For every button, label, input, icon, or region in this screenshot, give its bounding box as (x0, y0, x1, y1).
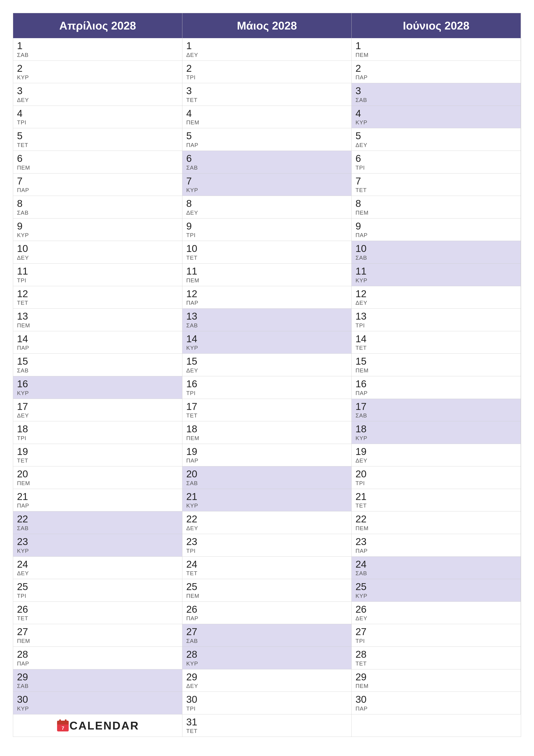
day-label-m0-d10: ΤΡΙ (17, 277, 178, 284)
day-label-m1-d10: ΠΕΜ (186, 277, 347, 284)
day-label-m1-d17: ΠΕΜ (186, 435, 347, 442)
day-label-m1-d22: ΤΡΙ (186, 548, 347, 554)
day-cell-m2-d11: 12ΔΕΥ (352, 286, 521, 309)
day-label-m2-d0: ΠΕΜ (355, 52, 517, 58)
day-label-m0-d16: ΔΕΥ (17, 412, 178, 419)
day-label-m0-d22: ΚΥΡ (17, 548, 178, 554)
day-label-m1-d9: ΤΕΤ (186, 255, 347, 261)
day-number-m2-d11: 12 (355, 288, 517, 299)
day-cell-m1-d25: 26ΠΑΡ (182, 602, 352, 624)
day-number-m2-d3: 4 (355, 108, 517, 119)
day-cell-m0-d17: 18ΤΡΙ (13, 421, 182, 444)
day-number-m1-d9: 10 (186, 243, 347, 254)
day-label-m0-d25: ΤΕΤ (17, 615, 178, 622)
day-label-m1-d15: ΤΡΙ (186, 390, 347, 396)
day-number-m1-d12: 13 (186, 311, 347, 322)
day-label-m2-d17: ΚΥΡ (355, 435, 517, 442)
day-label-m0-d17: ΤΡΙ (17, 435, 178, 442)
day-label-m2-d28: ΠΕΜ (355, 683, 517, 689)
day-cell-m1-d5: 6ΣΑΒ (182, 151, 352, 174)
day-cell-m2-d29: 30ΠΑΡ (352, 692, 521, 715)
day-cell-m0-d24: 25ΤΡΙ (13, 579, 182, 602)
day-label-m2-d12: ΤΡΙ (355, 322, 517, 329)
day-cell-m0-d16: 17ΔΕΥ (13, 399, 182, 421)
day-label-m1-d8: ΤΡΙ (186, 232, 347, 239)
day-label-m1-d28: ΔΕΥ (186, 683, 347, 689)
day-cell-m2-d30 (352, 715, 521, 737)
day-label-m2-d11: ΔΕΥ (355, 300, 517, 306)
day-cell-m1-d8: 9ΤΡΙ (182, 219, 352, 241)
day-cell-m1-d23: 24ΤΕΤ (182, 557, 352, 579)
svg-text:7: 7 (62, 725, 64, 731)
day-number-m0-d6: 7 (17, 176, 178, 187)
day-number-m2-d14: 15 (355, 356, 517, 367)
day-label-m2-d13: ΤΕΤ (355, 345, 517, 351)
day-label-m0-d20: ΠΑΡ (17, 502, 178, 509)
day-label-m2-d6: ΤΕΤ (355, 187, 517, 194)
day-cell-m2-d25: 26ΔΕΥ (352, 602, 521, 624)
day-number-m2-d28: 29 (355, 671, 517, 683)
day-cell-m0-d4: 5ΤΕΤ (13, 128, 182, 151)
day-label-m0-d24: ΤΡΙ (17, 593, 178, 599)
day-label-m0-d0: ΣΑΒ (17, 52, 178, 58)
day-label-m1-d7: ΔΕΥ (186, 209, 347, 216)
day-cell-m0-d10: 11ΤΡΙ (13, 263, 182, 286)
day-number-m1-d22: 23 (186, 536, 347, 547)
day-number-m0-d5: 6 (17, 153, 178, 164)
day-number-m2-d2: 3 (355, 85, 517, 96)
day-cell-m2-d8: 9ΠΑΡ (352, 219, 521, 241)
day-cell-m2-d6: 7ΤΕΤ (352, 174, 521, 196)
day-cell-m2-d7: 8ΠΕΜ (352, 196, 521, 219)
day-cell-m1-d7: 8ΔΕΥ (182, 196, 352, 219)
day-cell-m1-d16: 17ΤΕΤ (182, 399, 352, 421)
day-cell-m1-d24: 25ΠΕΜ (182, 579, 352, 602)
day-cell-m0-d19: 20ΠΕΜ (13, 466, 182, 489)
day-number-m2-d22: 23 (355, 536, 517, 547)
day-number-m1-d13: 14 (186, 334, 347, 344)
day-number-m1-d25: 26 (186, 604, 347, 615)
day-label-m2-d29: ΠΑΡ (355, 705, 517, 712)
day-label-m0-d8: ΚΥΡ (17, 232, 178, 239)
day-number-m1-d3: 4 (186, 108, 347, 119)
day-cell-m0-d11: 12ΤΕΤ (13, 286, 182, 309)
day-label-m0-d21: ΣΑΒ (17, 525, 178, 532)
day-number-m0-d28: 29 (17, 671, 178, 683)
day-number-m0-d23: 24 (17, 559, 178, 570)
day-number-m2-d18: 19 (355, 446, 517, 457)
day-label-m2-d20: ΤΕΤ (355, 502, 517, 509)
day-cell-m2-d10: 11ΚΥΡ (352, 263, 521, 286)
day-cell-m2-d26: 27ΤΡΙ (352, 624, 521, 647)
day-number-m0-d19: 20 (17, 469, 178, 479)
day-number-m2-d27: 28 (355, 649, 517, 660)
day-cell-m2-d15: 16ΠΑΡ (352, 376, 521, 399)
day-cell-m0-d22: 23ΚΥΡ (13, 534, 182, 557)
day-number-m2-d25: 26 (355, 604, 517, 615)
day-number-m2-d17: 18 (355, 423, 517, 434)
day-cell-m0-d6: 7ΠΑΡ (13, 174, 182, 196)
day-label-m1-d11: ΠΑΡ (186, 300, 347, 306)
day-label-m0-d19: ΠΕΜ (17, 480, 178, 487)
day-label-m2-d3: ΚΥΡ (355, 119, 517, 126)
day-number-m0-d29: 30 (17, 694, 178, 705)
day-label-m1-d14: ΔΕΥ (186, 367, 347, 374)
day-number-m1-d19: 20 (186, 469, 347, 479)
day-label-m1-d25: ΠΑΡ (186, 615, 347, 622)
day-label-m2-d1: ΠΑΡ (355, 74, 517, 81)
day-label-m1-d3: ΠΕΜ (186, 119, 347, 126)
day-label-m1-d26: ΣΑΒ (186, 638, 347, 644)
day-number-m1-d28: 29 (186, 671, 347, 683)
day-label-m0-d27: ΠΑΡ (17, 660, 178, 667)
day-cell-m0-d20: 21ΠΑΡ (13, 489, 182, 512)
day-label-m0-d5: ΠΕΜ (17, 164, 178, 171)
day-cell-m0-d23: 24ΔΕΥ (13, 557, 182, 579)
day-label-m0-d28: ΣΑΒ (17, 683, 178, 689)
day-cell-m2-d9: 10ΣΑΒ (352, 241, 521, 263)
day-label-m2-d21: ΠΕΜ (355, 525, 517, 532)
day-label-m1-d29: ΤΡΙ (186, 705, 347, 712)
day-cell-m1-d19: 20ΣΑΒ (182, 466, 352, 489)
day-number-m0-d1: 2 (17, 63, 178, 74)
day-cell-m2-d18: 19ΔΕΥ (352, 444, 521, 467)
day-number-m1-d18: 19 (186, 446, 347, 457)
day-label-m1-d13: ΚΥΡ (186, 345, 347, 351)
day-label-m0-d9: ΔΕΥ (17, 255, 178, 261)
